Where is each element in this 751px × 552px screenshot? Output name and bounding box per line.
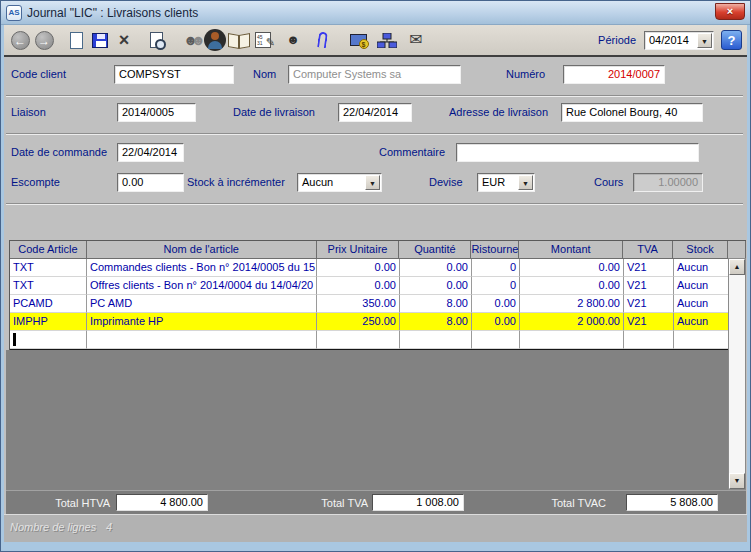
code-client-field[interactable]: COMPSYST [114,65,234,84]
column-header-prix-unitaire[interactable]: Prix Unitaire [317,241,400,259]
table-row[interactable]: PCAMD PC AMD 350.00 8.00 0.00 2 800.00 V… [10,295,746,313]
nom-field: Computer Systems sa [288,65,461,84]
person-icon: ☻ [286,32,300,48]
pencil-icon: ✎ [266,36,275,49]
scroll-up-button[interactable]: ▲ [729,259,745,275]
separator [6,133,743,135]
help-button[interactable]: ? [721,30,742,50]
client-file-button[interactable] [203,27,227,53]
chevron-down-icon[interactable]: ▼ [518,175,533,190]
attachment-button[interactable] [310,27,334,53]
search-preview-icon [150,32,163,48]
scroll-down-button[interactable]: ▼ [729,473,745,489]
numero-label: Numéro [506,65,545,84]
forward-icon: → [35,31,54,50]
table-row[interactable]: TXT Commandes clients - Bon n° 2014/0005… [10,259,746,277]
save-button[interactable] [88,27,112,53]
date-commande-field[interactable]: 22/04/2014 [117,143,184,162]
separator [6,203,743,205]
total-htva-label: Total HTVA [26,495,110,511]
column-header-tva[interactable]: TVA [623,241,673,259]
numero-field[interactable]: 2014/0007 [563,65,665,84]
column-header-ristourne[interactable]: Ristourne [471,241,519,259]
money-icon: $ [350,34,367,46]
code-client-label: Code client [11,65,66,84]
chevron-down-icon[interactable]: ▼ [365,175,380,190]
liaison-field[interactable]: 2014/0005 [117,103,196,122]
table-row-empty[interactable] [10,331,746,349]
cours-label: Cours [594,173,623,192]
user-icon [204,29,226,51]
new-document-icon [70,32,83,49]
periode-label: Période [598,34,636,46]
network-icon [377,33,397,48]
line-count-value: 4 [106,521,112,533]
app-icon: AS [6,5,22,21]
window-title: Journal "LIC" : Livraisons clients [27,6,715,20]
total-htva-field: 4 800.00 [116,494,208,511]
status-bar: Nombre de lignes 4 [4,514,747,542]
table-scrollbar[interactable]: ▲ ▼ [728,258,746,490]
table-empty-area [6,350,728,490]
delete-button[interactable]: × [112,27,136,53]
adresse-livraison-field[interactable]: Rue Colonel Bourg, 40 [561,103,703,122]
toolbar: ← → × ☻☻ 45 31✎ ☻ $ ✉ Période 04/2014▼ ? [4,25,747,57]
network-button[interactable] [375,27,399,53]
devise-select[interactable]: EUR▼ [477,173,535,192]
table-header: Code Article Nom de l'article Prix Unita… [10,241,746,259]
contact-button[interactable]: ☻ [281,27,305,53]
total-tva-field: 1 008.00 [372,494,464,511]
escompte-label: Escompte [11,173,60,192]
app-window: AS Journal "LIC" : Livraisons clients × … [0,0,751,552]
date-livraison-field[interactable]: 22/04/2014 [338,103,412,122]
calendar-button[interactable]: 45 31✎ [251,27,275,53]
back-icon: ← [11,31,30,50]
liaison-label: Liaison [11,103,46,122]
table-row-selected[interactable]: IMPHP Imprimante HP 250.00 8.00 0.00 2 0… [10,313,746,331]
separator [6,95,743,97]
total-tvac-label: Total TVAC [544,495,606,511]
forward-button[interactable]: → [32,27,56,53]
new-document-button[interactable] [64,27,88,53]
adresse-livraison-label: Adresse de livraison [449,103,548,122]
stock-incrementer-label: Stock à incrémenter [187,173,285,192]
column-header-quantite[interactable]: Quantité [399,241,471,259]
paperclip-icon [316,31,327,48]
totals-bar: Total HTVA 4 800.00 Total TVA 1 008.00 T… [6,490,746,514]
line-count-label: Nombre de lignes [10,521,96,533]
payment-button[interactable]: $ [346,27,370,53]
column-header-spacer [728,241,746,259]
preview-button[interactable] [144,27,168,53]
commentaire-label: Commentaire [379,143,445,162]
close-button[interactable]: × [715,3,745,20]
column-header-nom-article[interactable]: Nom de l'article [87,241,317,259]
column-header-montant[interactable]: Montant [519,241,623,259]
title-bar: AS Journal "LIC" : Livraisons clients × [1,1,750,25]
table-row[interactable]: TXT Offres clients - Bon n° 2014/0004 du… [10,277,746,295]
commentaire-field[interactable] [456,143,699,162]
users-group-icon: ☻☻ [183,30,198,50]
periode-select[interactable]: 04/2014▼ [644,31,714,50]
escompte-field[interactable]: 0.00 [117,173,184,192]
clients-button[interactable]: ☻☻ [179,27,203,53]
stock-incrementer-select[interactable]: Aucun▼ [297,173,382,192]
main-area: Code client COMPSYST Nom Computer System… [4,57,747,542]
chevron-down-icon[interactable]: ▼ [697,33,712,48]
catalog-button[interactable] [227,27,251,53]
total-tva-label: Total TVA [296,495,368,511]
text-caret [13,333,16,346]
email-icon: ✉ [409,31,422,49]
cours-field: 1.00000 [633,173,703,192]
save-icon [92,33,108,48]
back-button[interactable]: ← [8,27,32,53]
lines-table: Code Article Nom de l'article Prix Unita… [9,240,746,351]
devise-label: Devise [429,173,463,192]
email-button[interactable]: ✉ [404,27,428,53]
column-header-stock[interactable]: Stock [673,241,728,259]
column-header-code-article[interactable]: Code Article [10,241,87,259]
book-icon [228,33,250,47]
total-tvac-field: 5 808.00 [626,494,718,511]
coin-icon: $ [359,39,369,49]
delete-icon: × [119,31,130,49]
nom-label: Nom [253,65,276,84]
